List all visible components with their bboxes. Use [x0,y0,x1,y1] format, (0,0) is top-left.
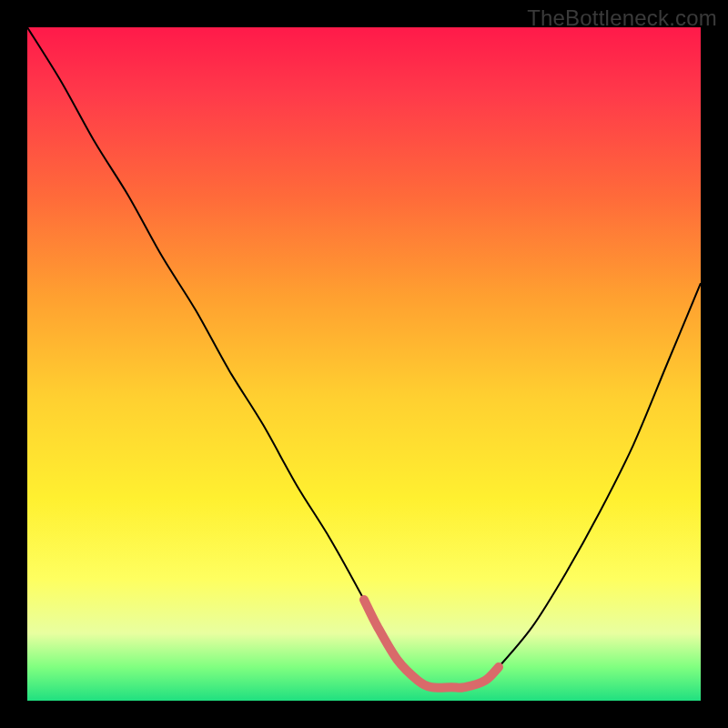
bottleneck-curve-path [27,27,701,688]
highlight-region-path [364,600,499,688]
chart-container: TheBottleneck.com [0,0,728,728]
plot-area [27,27,701,701]
chart-svg [27,27,701,701]
